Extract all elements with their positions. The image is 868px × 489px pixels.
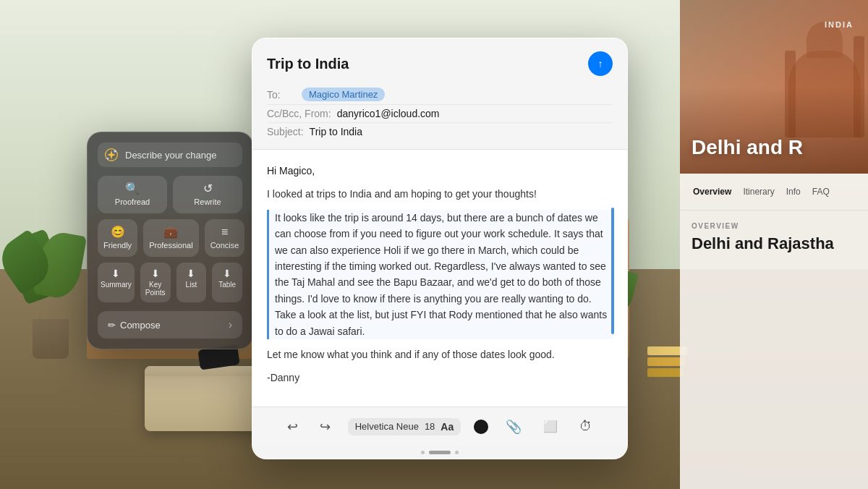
tab-itinerary[interactable]: Itinerary	[737, 184, 780, 200]
email-cc-row: Cc/Bcc, From: danyrico1@icloud.com	[267, 105, 613, 123]
list-button[interactable]: ⬇ List	[176, 263, 207, 302]
rewrite-icon: ↺	[203, 183, 213, 195]
friendly-button[interactable]: 😊 Friendly	[98, 219, 137, 257]
wt-title: Describe your change	[125, 150, 216, 161]
page-indicator	[252, 446, 627, 459]
email-title-row: Trip to India ↑	[267, 51, 613, 76]
to-recipient[interactable]: Magico Martinez	[302, 88, 385, 101]
key-points-button[interactable]: ⬇ Key Points	[140, 263, 171, 302]
concise-button[interactable]: ≡ Concise	[205, 219, 245, 257]
compose-chevron-icon: ›	[229, 318, 232, 331]
right-panel-content: OVERVIEW Delhi and Rajastha	[680, 211, 868, 265]
extras-icon: ⏱	[579, 419, 592, 434]
page-dot-2	[429, 451, 451, 454]
font-aa: Aa	[441, 421, 454, 433]
subject-value: Trip to India	[310, 126, 362, 137]
right-panel-image: INDIA Delhi and R	[680, 0, 868, 174]
image-button[interactable]: ⬜	[539, 417, 562, 436]
email-to-row: To: Magico Martinez	[267, 85, 613, 105]
wt-row-3: ⬇ Summary ⬇ Key Points ⬇ List ⬇ Table	[98, 263, 242, 302]
email-para-3: Let me know what you think and if any of…	[267, 346, 613, 362]
email-body[interactable]: Hi Magico, I looked at trips to India an…	[252, 150, 627, 407]
wt-header: Describe your change	[98, 143, 242, 167]
overview-title: Delhi and Rajastha	[692, 234, 856, 253]
right-panel: INDIA Delhi and R Overview Itinerary Inf…	[680, 0, 868, 489]
professional-label: Professional	[149, 241, 193, 250]
to-label: To:	[267, 89, 296, 101]
table-label: Table	[218, 281, 236, 289]
rewrite-label: Rewrite	[194, 197, 221, 206]
concise-label: Concise	[210, 241, 239, 250]
india-label: INDIA	[825, 20, 854, 29]
table-icon: ⬇	[223, 268, 231, 278]
right-panel-title-partial: Delhi and R	[692, 136, 856, 159]
tab-faq[interactable]: FAQ	[807, 184, 835, 200]
proofread-icon: 🔍	[125, 183, 140, 195]
email-body-text: Hi Magico, I looked at trips to India an…	[267, 163, 613, 386]
plant-left	[22, 232, 80, 359]
email-header: Trip to India ↑ To: Magico Martinez Cc/B…	[252, 38, 627, 150]
color-picker[interactable]	[474, 420, 488, 434]
concise-icon: ≡	[221, 226, 228, 238]
selection-indicator	[611, 208, 614, 334]
image-icon: ⬜	[543, 420, 558, 433]
font-name: Helvetica Neue	[355, 421, 419, 432]
sparkle-icon	[103, 147, 119, 163]
email-title: Trip to India	[267, 56, 349, 72]
email-panel: Trip to India ↑ To: Magico Martinez Cc/B…	[252, 38, 628, 459]
compose-left: ✏ Compose	[108, 320, 161, 331]
key-points-icon: ⬇	[151, 268, 160, 278]
summary-label: Summary	[101, 281, 132, 289]
redo-button[interactable]: ↪	[315, 416, 335, 438]
key-points-label: Key Points	[143, 281, 168, 297]
proofread-label: Proofread	[115, 197, 150, 206]
from-value: danyrico1@icloud.com	[337, 108, 440, 119]
undo-icon: ↩	[287, 419, 298, 435]
email-para-1: I looked at trips to India and am hoping…	[267, 186, 613, 202]
undo-button[interactable]: ↩	[283, 416, 302, 438]
proofread-button[interactable]: 🔍 Proofread	[98, 176, 167, 213]
email-para-2: It looks like the trip is around 14 days…	[267, 210, 613, 339]
friendly-label: Friendly	[103, 241, 132, 250]
font-group[interactable]: Helvetica Neue 18 Aa	[348, 418, 461, 435]
list-label: List	[186, 281, 197, 289]
send-button[interactable]: ↑	[588, 51, 613, 76]
compose-pencil-icon: ✏	[108, 320, 116, 331]
extras-button[interactable]: ⏱	[575, 416, 597, 437]
cc-label: Cc/Bcc, From:	[267, 108, 331, 119]
professional-icon: 💼	[163, 226, 178, 238]
compose-button[interactable]: ✏ Compose ›	[98, 311, 242, 339]
compose-label: Compose	[120, 320, 161, 331]
email-greeting: Hi Magico,	[267, 163, 613, 179]
right-panel-nav: Overview Itinerary Info FAQ	[680, 174, 868, 211]
page-dot-3	[455, 451, 459, 454]
table-button[interactable]: ⬇ Table	[212, 263, 242, 302]
font-size: 18	[425, 421, 435, 432]
writing-tools-panel: Describe your change 🔍 Proofread ↺ Rewri…	[87, 132, 253, 349]
tab-info[interactable]: Info	[780, 184, 807, 200]
wt-row-2: 😊 Friendly 💼 Professional ≡ Concise	[98, 219, 242, 257]
page-dot-1	[421, 451, 425, 454]
list-icon: ⬇	[187, 268, 195, 278]
send-icon: ↑	[598, 58, 603, 69]
email-subject-row: Subject: Trip to India	[267, 123, 613, 140]
email-signature: -Danny	[267, 370, 613, 386]
tab-overview[interactable]: Overview	[687, 184, 737, 200]
rewrite-button[interactable]: ↺ Rewrite	[173, 176, 242, 213]
redo-icon: ↪	[320, 419, 331, 435]
attachment-button[interactable]: 📎	[501, 416, 526, 438]
svg-point-2	[107, 158, 109, 160]
attachment-icon: 📎	[506, 419, 522, 435]
email-toolbar: ↩ ↪ Helvetica Neue 18 Aa 📎 ⬜ ⏱	[252, 407, 627, 446]
overview-label: OVERVIEW	[692, 222, 856, 230]
friendly-icon: 😊	[111, 226, 125, 238]
wt-row-1: 🔍 Proofread ↺ Rewrite	[98, 176, 242, 213]
subject-label: Subject:	[267, 126, 304, 137]
svg-point-1	[114, 150, 116, 152]
professional-button[interactable]: 💼 Professional	[143, 219, 199, 257]
summary-button[interactable]: ⬇ Summary	[98, 263, 135, 302]
summary-icon: ⬇	[111, 268, 120, 278]
